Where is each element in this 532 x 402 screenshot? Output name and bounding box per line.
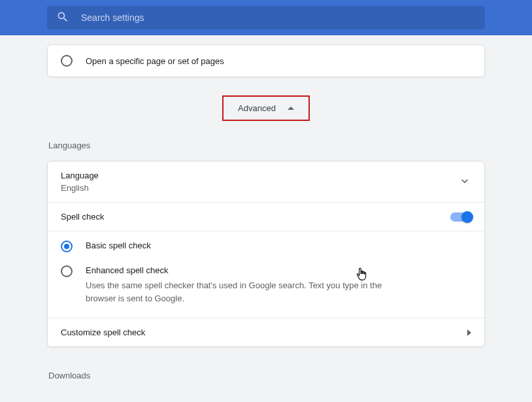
enhanced-spellcheck-option[interactable]: Enhanced spell check Uses the same spell… xyxy=(48,259,484,311)
search-input[interactable] xyxy=(81,12,476,23)
customize-spellcheck-label: Customize spell check xyxy=(61,327,145,337)
radio-unselected-icon xyxy=(61,265,73,277)
chevron-right-icon xyxy=(467,329,471,336)
spellcheck-toggle[interactable] xyxy=(450,212,471,222)
language-text: Language English xyxy=(61,171,99,193)
language-value: English xyxy=(61,183,99,193)
content-area: Open a specific page or set of pages Adv… xyxy=(0,44,532,380)
downloads-section-title: Downloads xyxy=(48,371,485,380)
advanced-toggle[interactable]: Advanced xyxy=(222,95,310,121)
open-pages-option[interactable]: Open a specific page or set of pages xyxy=(48,45,484,76)
radio-unselected-icon xyxy=(61,55,73,67)
language-title: Language xyxy=(61,171,99,180)
languages-card: Language English Spell check Basic spell… xyxy=(47,161,485,347)
spellcheck-options: Basic spell check Enhanced spell check U… xyxy=(48,231,484,318)
radio-selected-icon xyxy=(61,241,73,252)
app-header xyxy=(0,0,532,35)
customize-spellcheck-row[interactable]: Customize spell check xyxy=(48,318,484,346)
advanced-section: Advanced xyxy=(47,77,485,137)
chevron-down-icon xyxy=(458,175,471,190)
startup-card: Open a specific page or set of pages xyxy=(47,44,485,77)
basic-spellcheck-label: Basic spell check xyxy=(86,241,151,250)
enhanced-spellcheck-desc: Uses the same spell checker that's used … xyxy=(86,279,386,305)
search-box[interactable] xyxy=(47,6,485,29)
enhanced-spellcheck-label: Enhanced spell check xyxy=(86,265,386,275)
spellcheck-title: Spell check xyxy=(61,212,104,222)
language-row[interactable]: Language English xyxy=(48,161,484,202)
search-icon xyxy=(56,10,69,25)
open-pages-label: Open a specific page or set of pages xyxy=(86,56,224,66)
chevron-up-icon xyxy=(288,107,294,110)
basic-spellcheck-option[interactable]: Basic spell check xyxy=(48,234,484,259)
languages-section-title: Languages xyxy=(48,141,485,150)
spellcheck-row: Spell check xyxy=(48,202,484,231)
advanced-label: Advanced xyxy=(238,103,276,113)
